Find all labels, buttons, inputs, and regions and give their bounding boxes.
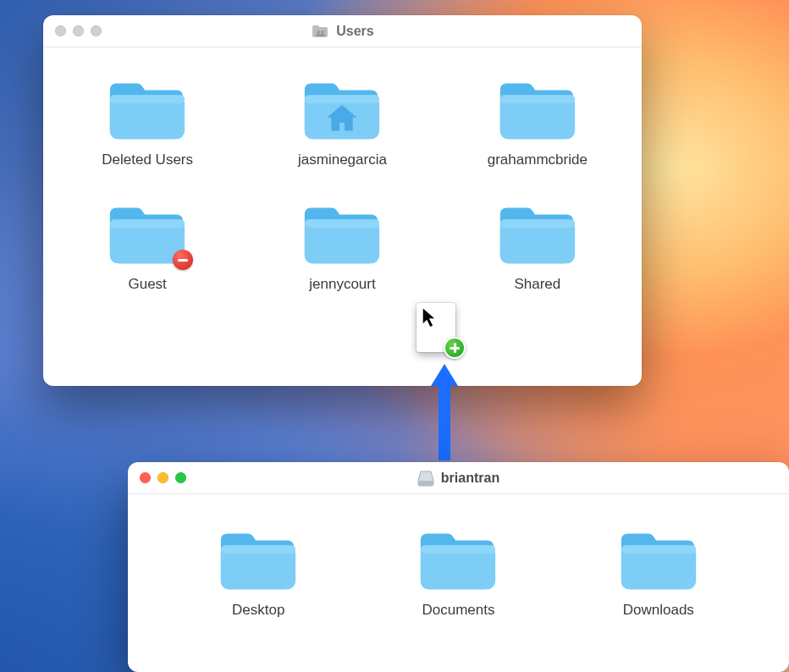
icon-label: jasminegarcia bbox=[298, 151, 387, 168]
icon-label: jennycourt bbox=[309, 275, 375, 293]
icon-label: Deleted Users bbox=[102, 151, 193, 168]
minimize-button[interactable] bbox=[157, 472, 168, 483]
folder-desktop[interactable]: Desktop bbox=[182, 520, 334, 620]
close-button[interactable] bbox=[140, 472, 151, 483]
zoom-button[interactable] bbox=[175, 472, 186, 483]
icon-view[interactable]: Deleted Users jasminegarcia grahammcbrid… bbox=[43, 47, 642, 324]
zoom-button[interactable] bbox=[91, 25, 102, 36]
folder-icon bbox=[615, 525, 703, 594]
folder-icon bbox=[214, 525, 302, 594]
disk-icon bbox=[417, 470, 434, 487]
folder-deleted-users[interactable]: Deleted Users bbox=[71, 69, 223, 170]
minimize-button[interactable] bbox=[73, 25, 84, 36]
traffic-lights bbox=[140, 472, 186, 483]
icon-label: Shared bbox=[514, 275, 560, 293]
folder-downloads[interactable]: Downloads bbox=[582, 520, 735, 620]
folder-documents[interactable]: Documents bbox=[382, 520, 534, 620]
folder-jasminegarcia[interactable]: jasminegarcia bbox=[266, 69, 418, 170]
folder-icon bbox=[103, 199, 191, 268]
home-folder-icon bbox=[298, 74, 386, 144]
folder-jennycourt[interactable]: jennycourt bbox=[266, 194, 418, 295]
window-title-text: Users bbox=[336, 24, 373, 39]
window-title: Users bbox=[43, 15, 642, 47]
icon-view[interactable]: Desktop Documents Downloads bbox=[128, 494, 789, 637]
folder-grahammcbride[interactable]: grahammcbride bbox=[461, 69, 614, 170]
titlebar[interactable]: briantran bbox=[128, 462, 789, 494]
icon-label: Documents bbox=[422, 601, 494, 619]
traffic-lights bbox=[55, 25, 102, 36]
icon-label: Guest bbox=[128, 275, 166, 293]
finder-window-briantran[interactable]: briantran Desktop Documents Downloa bbox=[128, 462, 789, 672]
folder-icon bbox=[414, 525, 502, 594]
icon-label: grahammcbride bbox=[488, 151, 588, 168]
icon-label: Desktop bbox=[232, 601, 284, 619]
window-title: briantran bbox=[128, 462, 789, 493]
users-folder-icon bbox=[311, 23, 329, 40]
close-button[interactable] bbox=[55, 25, 66, 36]
folder-icon bbox=[494, 74, 582, 144]
folder-icon bbox=[494, 199, 582, 268]
window-title-text: briantran bbox=[441, 471, 499, 486]
folder-guest[interactable]: Guest bbox=[71, 194, 223, 295]
titlebar[interactable]: Users bbox=[43, 15, 642, 47]
folder-shared[interactable]: Shared bbox=[461, 194, 614, 295]
folder-icon bbox=[298, 199, 386, 268]
folder-icon bbox=[103, 74, 191, 144]
icon-label: Downloads bbox=[623, 601, 694, 619]
finder-window-users[interactable]: Users Deleted Users jasminegarcia bbox=[43, 15, 642, 386]
